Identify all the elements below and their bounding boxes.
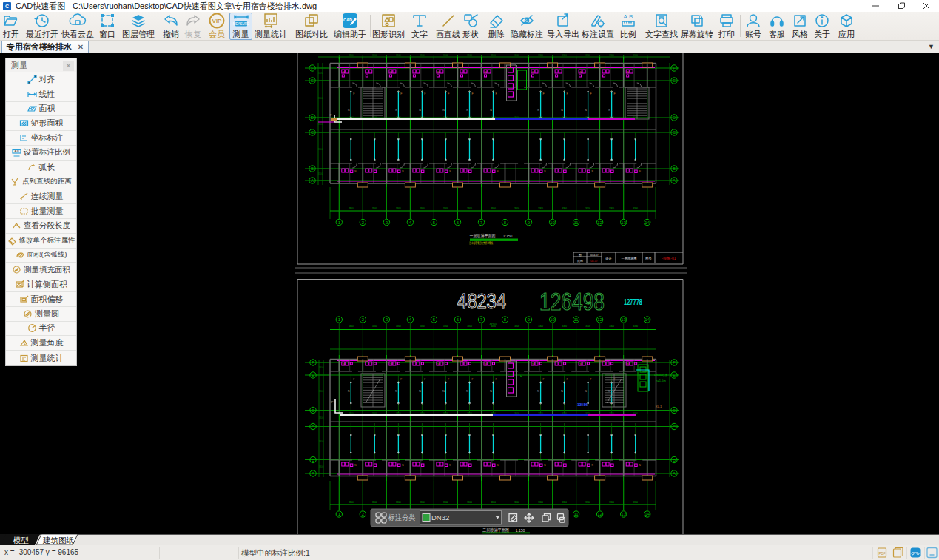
svg-text:F: F	[448, 378, 449, 381]
svg-text:3300: 3300	[396, 501, 401, 504]
svg-text:A:B: A:B	[624, 13, 633, 20]
svg-text:5: 5	[433, 220, 436, 225]
svg-text:3300: 3300	[319, 416, 324, 419]
svg-text:N: N	[449, 464, 451, 467]
svg-text:N: N	[348, 109, 350, 112]
svg-text:N: N	[591, 464, 593, 467]
svg-text:3300: 3300	[491, 54, 496, 57]
svg-text:F: F	[312, 360, 314, 365]
svg-text:3300: 3300	[467, 207, 472, 210]
svg-text:1:150: 1:150	[503, 234, 513, 238]
svg-text:F: F	[567, 378, 568, 381]
svg-text:-喷施-01: -喷施-01	[662, 256, 676, 260]
svg-text:3300: 3300	[514, 207, 519, 210]
svg-text:3: 3	[386, 317, 388, 322]
svg-text:N: N	[354, 170, 357, 173]
svg-text:C: C	[673, 130, 676, 135]
svg-text:N: N	[419, 390, 421, 393]
svg-text:3300: 3300	[491, 116, 496, 119]
svg-text:N: N	[442, 390, 445, 393]
svg-text:3300: 3300	[538, 116, 543, 119]
svg-text:3300: 3300	[633, 54, 638, 57]
svg-text:F: F	[543, 92, 545, 95]
svg-text:3300: 3300	[319, 465, 324, 468]
svg-text:3300: 3300	[443, 412, 448, 415]
svg-text:3300: 3300	[319, 390, 324, 393]
svg-text:3300: 3300	[585, 207, 590, 210]
svg-text:3300: 3300	[609, 116, 614, 119]
svg-text:F: F	[353, 92, 354, 95]
svg-text:PDF: PDF	[879, 552, 886, 556]
svg-text:3300: 3300	[514, 54, 519, 57]
svg-text:D: D	[673, 408, 676, 413]
svg-text:3: 3	[386, 220, 388, 225]
svg-text:N: N	[561, 390, 563, 393]
svg-text:3300: 3300	[609, 501, 614, 504]
svg-text:3300: 3300	[420, 207, 425, 210]
svg-text:1: 1	[338, 317, 341, 322]
svg-text:N: N	[497, 464, 499, 467]
svg-text:N: N	[497, 170, 499, 173]
svg-text:N: N	[561, 109, 563, 112]
svg-text:11: 11	[573, 220, 579, 225]
svg-text:3300: 3300	[396, 54, 401, 57]
svg-text:CAD: CAD	[343, 18, 352, 22]
svg-text:3300: 3300	[443, 116, 448, 119]
svg-text:3300: 3300	[585, 54, 590, 57]
svg-text:F: F	[590, 92, 592, 95]
svg-text:13: 13	[621, 512, 626, 516]
svg-text:11: 11	[573, 317, 579, 322]
svg-text:E: E	[673, 78, 676, 83]
svg-text:10: 10	[550, 220, 555, 225]
svg-text:7: 7	[480, 317, 483, 322]
svg-text:3300: 3300	[538, 501, 543, 504]
svg-text:14: 14	[644, 317, 650, 322]
svg-text:A: A	[673, 471, 676, 476]
svg-text:3300: 3300	[491, 412, 496, 415]
svg-text:3300: 3300	[633, 207, 638, 210]
svg-text:3300: 3300	[396, 116, 401, 119]
svg-text:3300: 3300	[349, 501, 354, 504]
svg-text:N: N	[537, 109, 539, 112]
svg-text:6: 6	[457, 220, 460, 225]
svg-text:3300: 3300	[514, 412, 519, 415]
svg-text:F: F	[400, 92, 402, 95]
svg-text:1: 1	[338, 220, 341, 225]
svg-text:h=1.5m: h=1.5m	[656, 379, 666, 382]
svg-text:4: 4	[409, 317, 412, 322]
svg-text:3300: 3300	[420, 54, 425, 57]
svg-text:8: 8	[504, 317, 507, 322]
svg-text:D: D	[312, 408, 315, 413]
svg-text:F: F	[448, 92, 449, 95]
svg-text:3300: 3300	[349, 207, 354, 210]
svg-text:D: D	[673, 115, 676, 120]
svg-text:A:B: A:B	[14, 149, 19, 153]
svg-text:3300: 3300	[491, 501, 496, 504]
svg-text:F: F	[400, 378, 402, 381]
svg-text:3300: 3300	[443, 54, 448, 57]
svg-text:3300: 3300	[396, 325, 401, 328]
svg-text:3300: 3300	[396, 412, 401, 415]
svg-text:3300: 3300	[609, 54, 614, 57]
svg-text:3300: 3300	[318, 72, 323, 75]
svg-text:3300: 3300	[562, 207, 567, 210]
svg-text:N: N	[544, 170, 546, 173]
svg-text:F: F	[471, 92, 473, 95]
svg-text:E: E	[312, 373, 314, 377]
svg-text:N: N	[490, 109, 492, 112]
svg-text:VIP: VIP	[212, 18, 223, 24]
svg-text:N: N	[639, 464, 642, 467]
svg-text:04.17: 04.17	[590, 260, 598, 263]
svg-text:N: N	[585, 109, 587, 112]
svg-text:3300: 3300	[372, 501, 377, 504]
svg-text:3300: 3300	[396, 207, 401, 210]
svg-text:二层喷淋平面图: 二层喷淋平面图	[482, 527, 509, 533]
svg-text:127778: 127778	[624, 298, 642, 306]
svg-text:2: 2	[362, 220, 365, 225]
svg-text:DN40给水: DN40给水	[654, 373, 667, 377]
svg-text:N: N	[608, 109, 610, 112]
svg-text:F: F	[471, 378, 473, 381]
svg-text:14: 14	[644, 512, 650, 516]
svg-text:126498: 126498	[539, 287, 605, 315]
svg-text:2014.07: 2014.07	[590, 254, 599, 257]
